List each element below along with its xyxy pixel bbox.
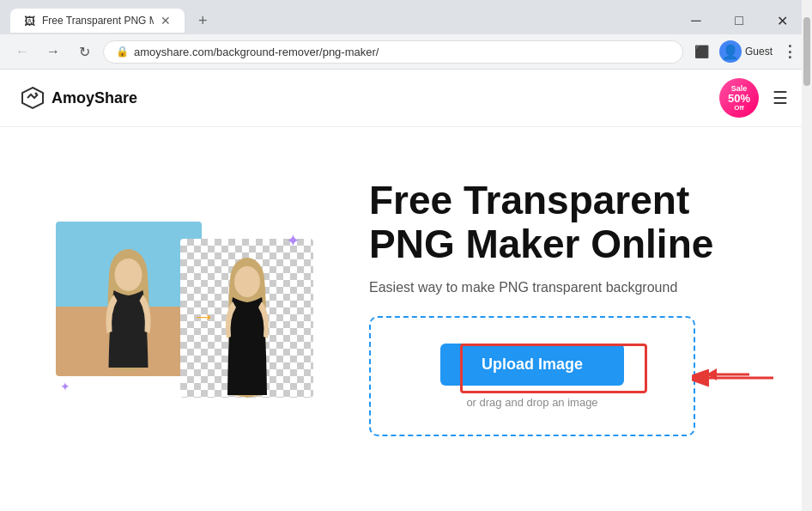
cast-button[interactable]: ⬛ xyxy=(690,40,714,64)
tab-favicon: 🖼 xyxy=(24,15,35,27)
hero-title: Free Transparent PNG Maker Online xyxy=(369,179,778,265)
logo-icon xyxy=(21,86,45,110)
profile-icon: 👤 xyxy=(722,44,739,60)
window-controls: ─ □ ✕ xyxy=(676,7,802,34)
image-demo: → xyxy=(56,213,313,402)
browser-chrome: 🖼 Free Transparent PNG Maker - ✕ + ─ □ ✕… xyxy=(0,0,812,70)
svg-marker-0 xyxy=(22,88,43,108)
forward-button[interactable]: → xyxy=(41,40,65,64)
minimize-button[interactable]: ─ xyxy=(676,7,716,34)
sparkle-icon-2: ✦ xyxy=(60,380,70,393)
tab-title: Free Transparent PNG Maker - xyxy=(42,15,154,27)
hero-subtitle: Easiest way to make PNG transparent back… xyxy=(369,280,778,295)
maximize-button[interactable]: □ xyxy=(719,7,759,34)
hero-content: Free Transparent PNG Maker Online Easies… xyxy=(335,179,778,435)
scrollbar-thumb[interactable] xyxy=(803,17,810,86)
profile-button[interactable]: 👤 Guest xyxy=(719,40,773,63)
hero-section: → xyxy=(0,127,812,488)
header-actions: Sale 50% Off ☰ xyxy=(719,78,791,118)
svg-point-1 xyxy=(35,93,38,95)
scrollbar[interactable] xyxy=(802,0,812,511)
back-button[interactable]: ← xyxy=(10,40,34,64)
transform-arrow-icon: → xyxy=(191,303,215,331)
browser-actions: ⬛ 👤 Guest ⋮ xyxy=(690,40,802,64)
upload-hint: or drag and drop an image xyxy=(466,396,597,409)
lock-icon: 🔒 xyxy=(116,46,129,58)
address-bar[interactable]: 🔒 amoyshare.com/background-remover/png-m… xyxy=(103,40,683,64)
browser-tab[interactable]: 🖼 Free Transparent PNG Maker - ✕ xyxy=(10,9,185,33)
upload-image-button[interactable]: Upload Image xyxy=(440,344,624,386)
profile-avatar: 👤 xyxy=(719,40,742,63)
browser-address-bar: ← → ↻ 🔒 amoyshare.com/background-remover… xyxy=(0,34,812,69)
upload-area[interactable]: Upload Image or drag and drop an image xyxy=(369,316,695,436)
menu-button[interactable]: ☰ xyxy=(769,84,791,112)
off-label: Off xyxy=(734,104,744,112)
sparkle-icon-1: ✦ xyxy=(286,230,300,251)
refresh-button[interactable]: ↻ xyxy=(72,40,96,64)
svg-marker-7 xyxy=(706,368,717,380)
red-arrow-svg xyxy=(698,357,758,392)
red-arrow-annotation xyxy=(698,357,758,395)
address-text: amoyshare.com/background-remover/png-mak… xyxy=(134,46,670,58)
sale-badge[interactable]: Sale 50% Off xyxy=(719,78,759,118)
close-button[interactable]: ✕ xyxy=(762,7,802,34)
percent-label: 50% xyxy=(728,93,750,104)
site-header: AmoyShare Sale 50% Off ☰ xyxy=(0,70,812,127)
page-content: AmoyShare Sale 50% Off ☰ xyxy=(0,70,812,511)
new-tab-button[interactable]: + xyxy=(191,9,215,33)
original-woman xyxy=(97,247,161,376)
svg-point-5 xyxy=(234,266,260,297)
logo-text: AmoyShare xyxy=(52,89,137,107)
hero-image-area: → xyxy=(34,213,335,402)
site-logo: AmoyShare xyxy=(21,86,137,110)
result-woman xyxy=(217,256,277,398)
profile-label: Guest xyxy=(745,46,773,58)
browser-title-bar: 🖼 Free Transparent PNG Maker - ✕ + ─ □ ✕ xyxy=(0,0,812,34)
more-button[interactable]: ⋮ xyxy=(778,40,802,64)
svg-point-3 xyxy=(115,259,142,291)
tab-close-icon[interactable]: ✕ xyxy=(161,14,171,27)
